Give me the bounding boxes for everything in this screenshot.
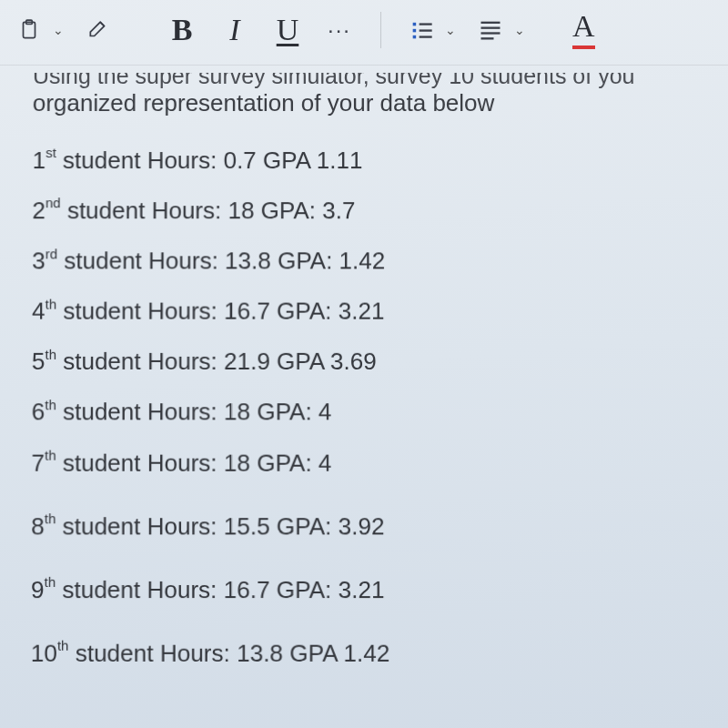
student-entry: 6th student Hours: 18 GPA: 4 [32, 397, 704, 429]
svg-rect-2 [413, 22, 417, 25]
align-dropdown[interactable]: ⌄ [474, 14, 527, 46]
formatting-toolbar: ⌄ B I U ··· ⌄ [0, 0, 728, 66]
svg-rect-3 [413, 28, 417, 32]
student-entry: 8th student Hours: 15.5 GPA: 3.92 [31, 511, 704, 542]
student-entry: 2nd student Hours: 18 GPA: 3.7 [32, 195, 703, 227]
chevron-down-icon: ⌄ [512, 23, 527, 37]
toolbar-divider [380, 12, 381, 48]
student-entry: 9th student Hours: 16.7 GPA: 3.21 [31, 574, 704, 606]
chevron-down-icon: ⌄ [443, 23, 458, 37]
align-icon [474, 14, 507, 46]
student-entry: 1st student Hours: 0.7 GPA 1.11 [33, 145, 703, 177]
paste-dropdown[interactable]: ⌄ [13, 14, 66, 46]
bullet-list-icon [405, 14, 438, 46]
intro-line: organized representation of your data be… [33, 89, 703, 117]
student-entry: 5th student Hours: 21.9 GPA 3.69 [32, 346, 703, 378]
student-entry: 3rd student Hours: 13.8 GPA: 1.42 [32, 246, 703, 278]
more-formatting-button[interactable]: ··· [322, 17, 357, 43]
bold-button[interactable]: B [164, 13, 200, 47]
student-entry: 4th student Hours: 16.7 GPA: 3.21 [32, 296, 703, 328]
student-entry: 10th student Hours: 13.8 GPA 1.42 [31, 637, 705, 670]
text-color-button[interactable]: A [572, 11, 595, 49]
format-painter-icon[interactable] [82, 14, 115, 46]
partial-line-above: Using the super survey simulator, survey… [33, 73, 703, 89]
chevron-down-icon: ⌄ [51, 23, 66, 37]
bullet-list-dropdown[interactable]: ⌄ [405, 14, 458, 46]
clipboard-icon [13, 14, 46, 46]
svg-rect-4 [413, 35, 417, 38]
document-body[interactable]: Using the super survey simulator, survey… [0, 66, 728, 670]
student-entry: 7th student Hours: 18 GPA: 4 [31, 447, 703, 479]
underline-button[interactable]: U [269, 13, 306, 47]
italic-button[interactable]: I [217, 13, 253, 47]
